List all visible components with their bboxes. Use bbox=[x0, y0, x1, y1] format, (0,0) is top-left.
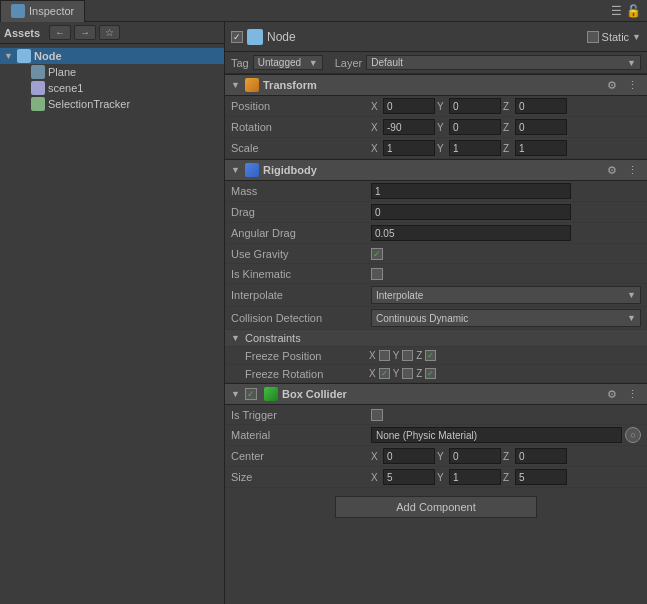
tag-dropdown[interactable]: Untagged ▼ bbox=[253, 55, 323, 70]
drag-input[interactable] bbox=[371, 204, 571, 220]
interpolate-value: Interpolate ▼ bbox=[371, 286, 641, 304]
scale-z-input[interactable] bbox=[515, 140, 567, 156]
size-z-label: Z bbox=[503, 472, 513, 483]
static-checkbox[interactable]: Static ▼ bbox=[587, 31, 641, 43]
box-collider-settings-icon[interactable]: ⚙ bbox=[604, 388, 620, 401]
size-z-input[interactable] bbox=[515, 469, 567, 485]
tree-item-selectiontracker[interactable]: SelectionTracker bbox=[0, 96, 224, 112]
center-xyz: X Y Z bbox=[371, 448, 641, 464]
position-x-input[interactable] bbox=[383, 98, 435, 114]
rigidbody-menu-icon[interactable]: ⋮ bbox=[624, 164, 641, 177]
freeze-position-label: Freeze Position bbox=[245, 350, 365, 362]
center-y-input[interactable] bbox=[449, 448, 501, 464]
transform-menu-icon[interactable]: ⋮ bbox=[624, 79, 641, 92]
tag-layer-row: Tag Untagged ▼ Layer Default ▼ bbox=[225, 52, 647, 74]
fp-z-checkbox[interactable]: ✓ bbox=[425, 350, 436, 361]
box-collider-title: Box Collider bbox=[282, 388, 600, 400]
tag-label: Tag bbox=[231, 57, 249, 69]
material-picker-button[interactable]: ○ bbox=[625, 427, 641, 443]
tab-lock-icon[interactable]: 🔓 bbox=[626, 4, 641, 18]
mass-input[interactable] bbox=[371, 183, 571, 199]
rigidbody-settings-icon[interactable]: ⚙ bbox=[604, 164, 620, 177]
center-x-input[interactable] bbox=[383, 448, 435, 464]
constraints-subsection[interactable]: ▼ Constraints bbox=[225, 330, 647, 347]
transform-section-header[interactable]: ▼ Transform ⚙ ⋮ bbox=[225, 74, 647, 96]
interpolate-dropdown-arrow: ▼ bbox=[627, 290, 636, 300]
fr-z-checkbox[interactable]: ✓ bbox=[425, 368, 436, 379]
rotation-z-label: Z bbox=[503, 122, 513, 133]
material-input[interactable] bbox=[371, 427, 622, 443]
size-y-input[interactable] bbox=[449, 469, 501, 485]
scale-y-input[interactable] bbox=[449, 140, 501, 156]
assets-forward-button[interactable]: → bbox=[74, 25, 96, 40]
material-row: Material ○ bbox=[225, 425, 647, 446]
fp-y-checkbox[interactable] bbox=[402, 350, 413, 361]
add-component-wrap: Add Component bbox=[225, 488, 647, 526]
transform-settings-icon[interactable]: ⚙ bbox=[604, 79, 620, 92]
inspector-tab[interactable]: Inspector bbox=[0, 0, 85, 22]
scale-y-label: Y bbox=[437, 143, 447, 154]
is-kinematic-value bbox=[371, 268, 641, 280]
box-collider-section-header[interactable]: ▼ ✓ Box Collider ⚙ ⋮ bbox=[225, 383, 647, 405]
collision-detection-value: Continuous Dynamic ▼ bbox=[371, 309, 641, 327]
collision-detection-label: Collision Detection bbox=[231, 312, 371, 324]
interpolate-dropdown[interactable]: Interpolate ▼ bbox=[371, 286, 641, 304]
layer-dropdown[interactable]: Default ▼ bbox=[366, 55, 641, 70]
is-trigger-row: Is Trigger bbox=[225, 405, 647, 425]
rotation-label: Rotation bbox=[231, 121, 371, 133]
collision-detection-dropdown-arrow: ▼ bbox=[627, 313, 636, 323]
inspector-node-icon bbox=[247, 29, 263, 45]
position-y-input[interactable] bbox=[449, 98, 501, 114]
node-active-checkbox[interactable]: ✓ bbox=[231, 31, 243, 43]
is-trigger-label: Is Trigger bbox=[231, 409, 371, 421]
box-collider-enabled-checkbox[interactable]: ✓ bbox=[245, 388, 257, 400]
assets-back-button[interactable]: ← bbox=[49, 25, 71, 40]
angular-drag-input[interactable] bbox=[371, 225, 571, 241]
is-kinematic-checkbox[interactable] bbox=[371, 268, 383, 280]
collision-detection-row: Collision Detection Continuous Dynamic ▼ bbox=[225, 307, 647, 330]
fr-y-label: Y bbox=[393, 368, 400, 379]
assets-star-button[interactable]: ☆ bbox=[99, 25, 120, 40]
scale-row: Scale X Y Z bbox=[225, 138, 647, 159]
rotation-x-label: X bbox=[371, 122, 381, 133]
add-component-button[interactable]: Add Component bbox=[335, 496, 537, 518]
tree-item-node[interactable]: ▼ Node bbox=[0, 48, 224, 64]
node-icon bbox=[17, 49, 31, 63]
center-y-label: Y bbox=[437, 451, 447, 462]
use-gravity-checkbox[interactable]: ✓ bbox=[371, 248, 383, 260]
tab-menu-icon[interactable]: ☰ bbox=[611, 4, 622, 18]
rotation-y-input[interactable] bbox=[449, 119, 501, 135]
scale-x-label: X bbox=[371, 143, 381, 154]
fr-z-label: Z bbox=[416, 368, 422, 379]
rotation-x-input[interactable] bbox=[383, 119, 435, 135]
rigidbody-icon bbox=[245, 163, 259, 177]
box-collider-menu-icon[interactable]: ⋮ bbox=[624, 388, 641, 401]
scale-x-input[interactable] bbox=[383, 140, 435, 156]
collision-detection-dropdown[interactable]: Continuous Dynamic ▼ bbox=[371, 309, 641, 327]
size-label: Size bbox=[231, 471, 371, 483]
freeze-position-xyz: X Y Z ✓ bbox=[369, 350, 436, 361]
tree-item-plane[interactable]: Plane bbox=[0, 64, 224, 80]
tree-label-plane: Plane bbox=[48, 66, 76, 78]
rigidbody-section-header[interactable]: ▼ Rigidbody ⚙ ⋮ bbox=[225, 159, 647, 181]
position-z-input[interactable] bbox=[515, 98, 567, 114]
scale-xyz: X Y Z bbox=[371, 140, 641, 156]
size-row: Size X Y Z bbox=[225, 467, 647, 488]
is-trigger-checkbox[interactable] bbox=[371, 409, 383, 421]
tree-arrow-node: ▼ bbox=[4, 51, 14, 61]
tree-item-scene1[interactable]: scene1 bbox=[0, 80, 224, 96]
fp-x-checkbox[interactable] bbox=[379, 350, 390, 361]
scale-z-label: Z bbox=[503, 143, 513, 154]
rotation-z-input[interactable] bbox=[515, 119, 567, 135]
angular-drag-row: Angular Drag bbox=[225, 223, 647, 244]
box-collider-icon bbox=[264, 387, 278, 401]
size-xyz: X Y Z bbox=[371, 469, 641, 485]
left-panel: Assets ← → ☆ ▼ Node Plane scene1 bbox=[0, 22, 225, 604]
fr-y-checkbox[interactable] bbox=[402, 368, 413, 379]
size-x-input[interactable] bbox=[383, 469, 435, 485]
center-z-input[interactable] bbox=[515, 448, 567, 464]
fr-x-checkbox[interactable]: ✓ bbox=[379, 368, 390, 379]
static-dropdown-arrow[interactable]: ▼ bbox=[632, 32, 641, 42]
is-kinematic-label: Is Kinematic bbox=[231, 268, 371, 280]
material-label: Material bbox=[231, 429, 371, 441]
